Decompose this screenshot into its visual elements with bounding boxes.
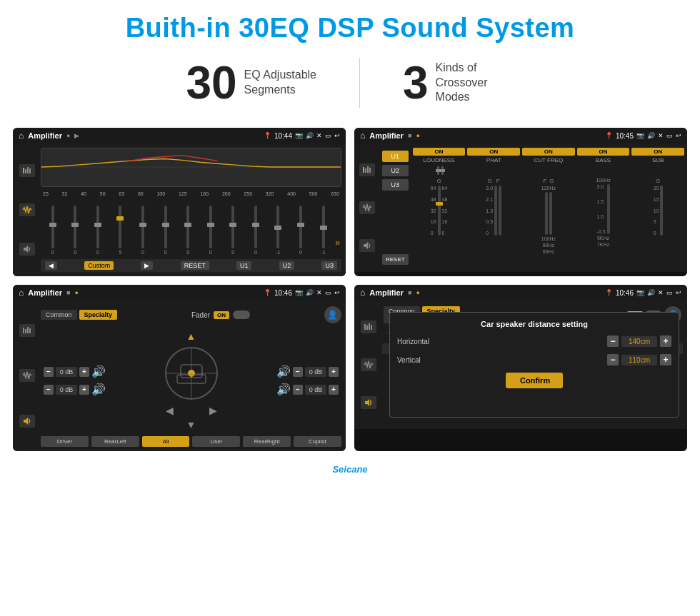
plus-br[interactable]: + xyxy=(329,385,339,395)
u3-btn[interactable]: U3 xyxy=(321,261,337,270)
db-val-br: 0 dB xyxy=(305,385,326,395)
wave-icon-3[interactable] xyxy=(19,369,35,382)
loudness-on[interactable]: ON xyxy=(413,148,466,156)
status-bar-3: ⌂ Amplifier ■ ● 📍 10:46 📷 🔊 ✕ ▭ ↩ xyxy=(13,285,346,301)
left-arrow[interactable]: ◀ xyxy=(166,405,174,416)
page-title: Buith-in 30EQ DSP Sound System xyxy=(14,13,686,44)
horizontal-minus[interactable]: − xyxy=(607,335,619,347)
cutfreq-on[interactable]: ON xyxy=(522,148,575,156)
fader-main: Common Specialty Fader ON 👤 − xyxy=(41,305,341,447)
home-icon-2: ⌂ xyxy=(360,131,365,141)
plus-tl[interactable]: + xyxy=(79,367,89,377)
vertical-minus[interactable]: − xyxy=(607,354,619,365)
u2-band-btn[interactable]: U2 xyxy=(382,165,409,176)
eq-slider-13[interactable] xyxy=(322,206,325,248)
minus-br[interactable]: − xyxy=(293,385,303,395)
eq-slider-2[interactable] xyxy=(74,206,76,248)
speaker-bl: 🔊 xyxy=(91,383,106,396)
profile-btn-3[interactable]: 👤 xyxy=(324,306,341,323)
horizontal-plus[interactable]: + xyxy=(660,335,671,347)
svg-marker-29 xyxy=(365,399,369,406)
pos-rearright[interactable]: RearRight xyxy=(243,436,291,447)
tab-common-3[interactable]: Common xyxy=(41,310,77,320)
wave-icon-4[interactable] xyxy=(361,358,376,371)
eq-icon-2[interactable] xyxy=(359,163,375,176)
play-btn[interactable]: ▶ xyxy=(141,261,153,270)
speaker-icon-side-3[interactable] xyxy=(19,415,35,428)
window-icon-4: ▭ xyxy=(666,289,673,296)
svg-rect-9 xyxy=(363,167,364,173)
minus-bl[interactable]: − xyxy=(44,385,54,395)
right-arrow[interactable]: ▶ xyxy=(209,405,217,416)
eq-slider-4[interactable] xyxy=(119,206,121,248)
copilot-label-3: Copilot xyxy=(309,438,326,445)
db-val-bl: 0 dB xyxy=(56,385,77,395)
speaker-icon-side-4[interactable] xyxy=(361,396,376,409)
tab-specialty-3[interactable]: Specialty xyxy=(79,310,118,320)
eq-slider-5[interactable] xyxy=(141,206,144,248)
eq-slider-10[interactable] xyxy=(254,206,257,248)
sub-slider[interactable] xyxy=(660,186,663,236)
phat-slider2[interactable] xyxy=(499,186,501,236)
cutfreq-slider2[interactable] xyxy=(549,192,552,235)
eq-icon-3[interactable] xyxy=(19,324,35,337)
eq-slider-9[interactable] xyxy=(231,206,234,248)
eq-sliders: 0 0 0 5 0 xyxy=(41,199,341,256)
down-arrow[interactable]: ▼ xyxy=(186,419,196,430)
sub-on[interactable]: ON xyxy=(631,148,684,156)
bass-slider[interactable] xyxy=(607,184,610,234)
fader-on-badge[interactable]: ON xyxy=(214,311,229,319)
svg-rect-0 xyxy=(23,168,24,173)
eq-slider-11[interactable] xyxy=(276,206,279,248)
eq-slider-7[interactable] xyxy=(186,206,189,248)
pos-user-3[interactable]: User xyxy=(192,436,240,447)
pos-driver[interactable]: Driver xyxy=(41,436,89,447)
cutfreq-slider1[interactable] xyxy=(545,192,548,235)
loudness-h xyxy=(414,166,466,175)
up-arrow[interactable]: ▲ xyxy=(186,330,196,342)
eq-slider-6[interactable] xyxy=(164,206,167,248)
prev-btn[interactable]: ◀ xyxy=(45,261,57,270)
phat-on[interactable]: ON xyxy=(467,148,520,156)
u1-band-btn[interactable]: U1 xyxy=(382,151,409,162)
eq-slider-1[interactable] xyxy=(51,206,54,248)
eq-freq-labels: 25 32 40 50 63 80 100 125 160 200 250 32… xyxy=(41,191,341,196)
wave-icon[interactable] xyxy=(19,203,35,216)
u2-btn[interactable]: U2 xyxy=(279,261,295,270)
wave-icon-2[interactable] xyxy=(359,201,375,214)
loudness-slider[interactable] xyxy=(438,186,441,236)
speaker-icon-side[interactable] xyxy=(19,243,35,256)
eq-icon[interactable] xyxy=(19,164,35,177)
close-icon-4: ✕ xyxy=(658,289,664,296)
window-icon-3: ▭ xyxy=(325,289,331,296)
eq-slider-3[interactable] xyxy=(96,206,99,248)
reset-btn-1[interactable]: RESET xyxy=(181,261,209,270)
fader-toggle[interactable] xyxy=(233,310,250,319)
reset-btn-2[interactable]: RESET xyxy=(382,254,409,265)
bass-on[interactable]: ON xyxy=(577,148,630,156)
svg-point-22 xyxy=(188,370,195,377)
vertical-plus[interactable]: + xyxy=(660,354,671,365)
custom-btn[interactable]: Custom xyxy=(84,261,114,270)
eq-icon-4[interactable] xyxy=(361,320,376,333)
confirm-btn[interactable]: Confirm xyxy=(506,373,563,388)
u3-band-btn[interactable]: U3 xyxy=(382,179,409,191)
phat-slider1[interactable] xyxy=(494,186,497,236)
db-ctrl-tr: 🔊 − 0 dB + xyxy=(276,365,339,378)
u1-btn[interactable]: U1 xyxy=(236,261,252,270)
app-name-1: Amplifier xyxy=(28,131,62,140)
stats-row: 30 EQ Adjustable Segments 3 Kinds of Cro… xyxy=(0,51,700,121)
speaker-icon-side-2[interactable] xyxy=(359,239,375,252)
eq-slider-8[interactable] xyxy=(209,206,212,248)
minus-tl[interactable]: − xyxy=(44,367,54,377)
more-icon[interactable]: » xyxy=(335,238,340,255)
pos-all[interactable]: All xyxy=(142,436,190,447)
plus-bl[interactable]: + xyxy=(79,385,89,395)
minus-tr[interactable]: − xyxy=(293,367,303,377)
pos-rearleft[interactable]: RearLeft xyxy=(91,436,139,447)
location-icon-1: 📍 xyxy=(264,132,271,139)
eq-slider-12[interactable] xyxy=(299,206,302,248)
record-dot-1: ● xyxy=(66,132,70,139)
plus-tr[interactable]: + xyxy=(329,367,339,377)
pos-copilot-3[interactable]: Copilot xyxy=(294,436,341,447)
